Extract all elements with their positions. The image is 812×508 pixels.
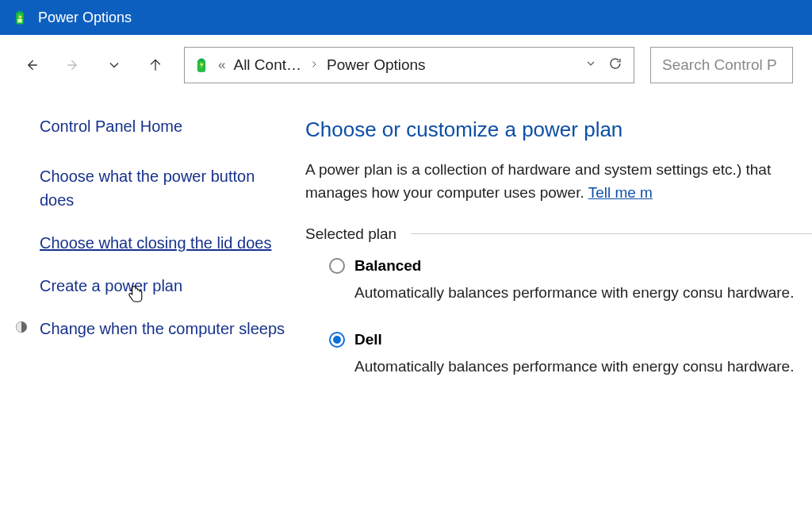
tell-me-more-link[interactable]: Tell me m	[588, 184, 653, 201]
plan-name[interactable]: Dell	[354, 331, 382, 348]
svg-rect-4	[199, 58, 204, 60]
plan-name[interactable]: Balanced	[354, 257, 421, 275]
window-title: Power Options	[38, 10, 132, 26]
selected-plan-header: Selected plan	[305, 225, 812, 243]
recent-locations-dropdown[interactable]	[102, 52, 127, 78]
sidebar: Control Panel Home Choose what the power…	[0, 117, 305, 406]
page-heading: Choose or customize a power plan	[305, 117, 812, 142]
chevron-right-icon[interactable]	[309, 58, 319, 72]
address-bar[interactable]: « All Cont… Power Options	[184, 47, 634, 83]
svg-rect-2	[17, 19, 22, 23]
battery-icon	[193, 56, 210, 74]
breadcrumb-segment[interactable]: Power Options	[327, 56, 426, 74]
divider	[411, 233, 812, 234]
shield-icon	[14, 320, 29, 334]
page-description: A power plan is a collection of hardware…	[305, 158, 812, 205]
forward-button[interactable]	[60, 52, 86, 78]
radio-button[interactable]	[329, 258, 345, 274]
plan-description: Automatically balances performance with …	[329, 281, 812, 304]
up-button[interactable]	[143, 52, 168, 78]
selected-plan-label: Selected plan	[305, 225, 396, 243]
plan-description: Automatically balances performance with …	[329, 355, 812, 378]
sidebar-link-create-plan[interactable]: Create a power plan	[40, 274, 289, 298]
refresh-button[interactable]	[608, 56, 622, 74]
content-area: Control Panel Home Choose what the power…	[0, 95, 812, 406]
search-input[interactable]: Search Control P	[650, 47, 793, 83]
sidebar-link-power-button[interactable]: Choose what the power button does	[40, 164, 289, 212]
search-placeholder: Search Control P	[662, 56, 777, 74]
titlebar: Power Options	[0, 0, 812, 35]
breadcrumb-segment[interactable]: All Cont…	[233, 56, 301, 74]
navbar: « All Cont… Power Options Search Control…	[0, 35, 812, 95]
sidebar-link-computer-sleeps[interactable]: Change when the computer sleeps	[40, 317, 289, 341]
svg-rect-1	[17, 11, 22, 13]
sidebar-link-closing-lid[interactable]: Choose what closing the lid does	[40, 231, 289, 255]
main-panel: Choose or customize a power plan A power…	[305, 117, 812, 406]
battery-icon	[11, 9, 29, 26]
breadcrumb-overflow-icon[interactable]: «	[218, 57, 225, 73]
power-plan-option: Balanced Automatically balances performa…	[305, 257, 812, 304]
radio-button[interactable]	[329, 332, 345, 348]
power-plan-option: Dell Automatically balances performance …	[305, 331, 812, 378]
back-button[interactable]	[19, 52, 44, 78]
sidebar-home-link[interactable]: Control Panel Home	[40, 117, 289, 136]
address-dropdown-icon[interactable]	[584, 57, 597, 73]
